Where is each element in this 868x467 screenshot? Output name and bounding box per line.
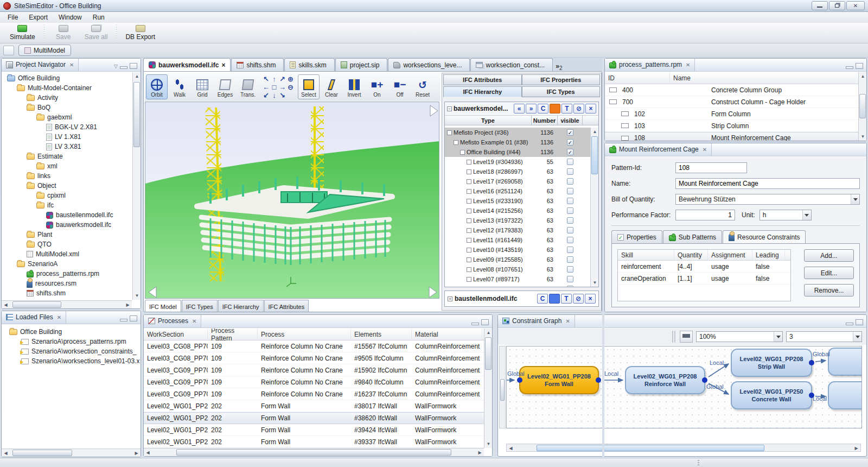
close-tab-icon[interactable]: ×: [221, 61, 225, 69]
maximize-view-icon[interactable]: [856, 319, 863, 325]
expander-icon[interactable]: [467, 199, 471, 204]
process-row[interactable]: Level02_WG01_PP208 202 Form Wall #38620 …: [144, 412, 492, 424]
editor-tab[interactable]: bauwerksmodell.ifc ×: [143, 58, 231, 71]
ifc-tab[interactable]: IFC Hierarchy: [443, 86, 522, 97]
column-header-type[interactable]: Type: [445, 116, 532, 125]
ifc-hierarchy-row[interactable]: Level08 (#107651) 63: [445, 264, 590, 274]
pan-arrow-icon[interactable]: ↘: [278, 91, 286, 99]
tree-item[interactable]: gaebxml: [2, 112, 132, 122]
pan-arrow-icon[interactable]: →: [278, 83, 286, 91]
vertical-sash[interactable]: [493, 314, 497, 457]
ifc-tab[interactable]: IFC Attributes: [443, 74, 522, 85]
column-header-assignment[interactable]: Assignment: [708, 250, 752, 260]
hierarchy-tool-button[interactable]: T: [561, 294, 572, 304]
zoom-combobox[interactable]: 100%: [696, 331, 783, 342]
visible-checkbox[interactable]: [567, 129, 573, 136]
visible-checkbox[interactable]: [567, 168, 573, 175]
pattern-row[interactable]: 102 Form Column: [605, 108, 866, 120]
ifc-hierarchy-row[interactable]: Level10 (#143519) 63: [445, 245, 590, 255]
selection-tool-button[interactable]: ↺ Reset: [412, 74, 433, 99]
graph-vscrollbar[interactable]: [499, 346, 506, 428]
vertical-sash[interactable]: [141, 58, 143, 457]
pan-zoom-cluster[interactable]: ↖↑↗⊕←□→⊖↙↓↘: [262, 75, 295, 99]
process-row[interactable]: Level02_WG01_PP208 202 Form Wall #39337 …: [144, 436, 492, 448]
pan-arrow-icon[interactable]: ↓: [270, 91, 278, 99]
minimize-view-icon[interactable]: [471, 323, 479, 325]
viewer-tool-button[interactable]: Walk: [169, 74, 190, 99]
ifc-hierarchy-row[interactable]: Level12 (#179383) 63: [445, 225, 590, 235]
column-header-leading[interactable]: Leading: [752, 250, 785, 260]
expander-icon[interactable]: [467, 160, 471, 165]
visible-checkbox[interactable]: [567, 227, 573, 234]
processes-hscrollbar[interactable]: ◀▶: [144, 448, 484, 456]
viewport-3d[interactable]: [145, 102, 439, 299]
editor-tab[interactable]: project.sip: [335, 58, 388, 71]
graph-hscrollbar[interactable]: ◀▶: [506, 444, 861, 452]
tree-item[interactable]: xml: [2, 161, 132, 171]
pan-arrow-icon[interactable]: ↙: [262, 91, 270, 99]
graph-node[interactable]: [828, 348, 862, 376]
loaded-files-tab[interactable]: Loaded Files✕: [2, 311, 66, 324]
constraint-row[interactable]: reinforcement [4..4] usage false: [618, 261, 790, 273]
process-row[interactable]: Level03_CG09_PP700 109 Reinforce Column …: [144, 376, 492, 388]
ifc-hierarchy-row[interactable]: Level06 (#71783) 63: [445, 284, 590, 287]
tree-item[interactable]: SzenarioA\worksection_constraints_: [2, 346, 139, 356]
visible-checkbox[interactable]: [567, 266, 573, 273]
pan-arrow-icon[interactable]: ⊕: [286, 75, 295, 83]
ifc-hierarchy-row[interactable]: Level19 (#304936) 55: [445, 157, 590, 167]
tree-item[interactable]: ifc: [2, 200, 132, 210]
expander-icon[interactable]: [467, 277, 471, 282]
menu-item[interactable]: File: [2, 12, 23, 22]
visible-checkbox[interactable]: [567, 207, 573, 214]
hierarchy-tool-button[interactable]: «: [514, 104, 525, 113]
column-header-process[interactable]: Process: [258, 329, 351, 340]
ifc-hierarchy-row[interactable]: Mefisto Project (#36) 1136: [445, 128, 590, 137]
expander-icon[interactable]: [621, 136, 629, 141]
pan-arrow-icon[interactable]: □: [270, 83, 278, 91]
editor-bottom-tab[interactable]: IFC Attributes: [264, 300, 309, 312]
expander-icon[interactable]: [609, 99, 617, 104]
ifc-hierarchy-row[interactable]: Level15 (#233190) 63: [445, 196, 590, 206]
hierarchy-tool-button[interactable]: T: [561, 104, 572, 113]
navigator-vscrollbar[interactable]: ▲▼: [132, 72, 141, 300]
selection-tool-button[interactable]: Clear: [321, 74, 342, 99]
process-row[interactable]: Level03_CG09_PP700 109 Reinforce Column …: [144, 364, 492, 376]
constraint-row[interactable]: craneOperation [1..1] usage false: [618, 273, 790, 285]
expander-icon[interactable]: [467, 267, 471, 272]
editor-bottom-tab[interactable]: IFC Hierarchy: [218, 300, 264, 312]
tree-item[interactable]: MultiModel.xml: [2, 249, 132, 259]
collapse-icon[interactable]: −: [447, 106, 452, 111]
open-perspective-icon[interactable]: [3, 46, 14, 55]
editor-tab[interactable]: skills.skm: [284, 58, 334, 71]
hierarchy-tool-button[interactable]: [549, 294, 560, 304]
add-button[interactable]: Add...: [804, 249, 854, 262]
minimize-button[interactable]: [812, 1, 828, 10]
close-button[interactable]: ✕: [846, 1, 865, 10]
close-view-icon[interactable]: ✕: [192, 318, 196, 324]
ifc-hierarchy-row[interactable]: Level07 (#89717) 63: [445, 274, 590, 284]
minimize-view-icon[interactable]: [120, 66, 127, 69]
hierarchy-tool-button[interactable]: [550, 104, 560, 113]
expander-icon[interactable]: [467, 257, 471, 262]
vertical-sash[interactable]: [602, 58, 604, 457]
expand-icon[interactable]: +: [448, 296, 452, 301]
visible-checkbox[interactable]: [567, 139, 573, 146]
selection-tool-button[interactable]: ■− Off: [389, 74, 411, 99]
maximize-view-icon[interactable]: [130, 315, 137, 321]
tree-item[interactable]: bauwerksmodell.ifc: [2, 220, 132, 230]
column-header-process-pattern[interactable]: Process Pattern: [208, 329, 258, 340]
chevron-down-icon[interactable]: [853, 332, 861, 342]
editor-bottom-tab[interactable]: IFC Model: [145, 300, 181, 312]
column-header-name[interactable]: Name: [670, 72, 866, 84]
selection-tool-button[interactable]: ■+ On: [366, 74, 388, 99]
remove-button[interactable]: Remove...: [804, 284, 854, 296]
tree-item[interactable]: cpixml: [2, 191, 132, 200]
close-view-icon[interactable]: ✕: [69, 62, 74, 68]
pattern-row[interactable]: 700 Construct Column - Cage Holder: [605, 96, 866, 108]
tree-item[interactable]: baustellenmodell.ifc: [2, 210, 132, 220]
expander-icon[interactable]: [467, 209, 471, 213]
constraint-graph-tab[interactable]: Constraint Graph✕: [498, 314, 575, 327]
graph-node[interactable]: Level02_WG01_PP250 Concrete Wall: [731, 381, 812, 409]
expander-icon[interactable]: [467, 179, 471, 184]
tree-item[interactable]: SzenarioA: [2, 259, 132, 269]
